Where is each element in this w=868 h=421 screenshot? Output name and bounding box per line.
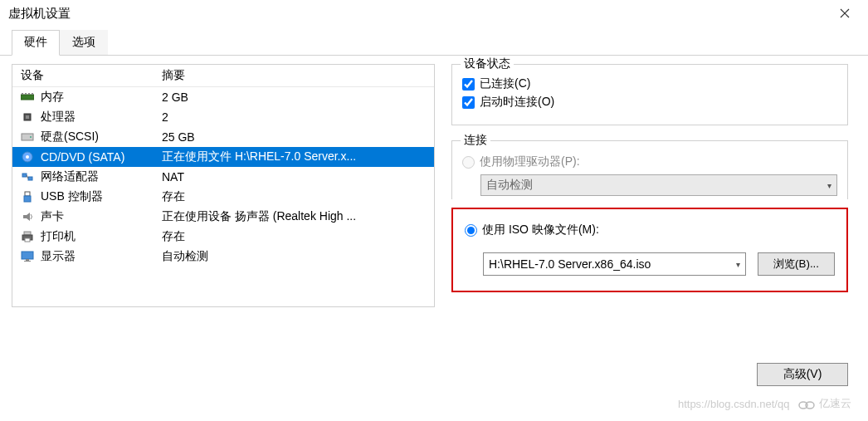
connect-at-power-row[interactable]: 启动时连接(O) <box>462 95 837 110</box>
usb-icon <box>19 190 36 203</box>
physical-drive-radio-row[interactable]: 使用物理驱动器(P): <box>462 154 837 169</box>
svg-rect-19 <box>24 232 31 235</box>
cd-icon <box>19 150 36 164</box>
titlebar: 虚拟机设置 <box>0 0 868 27</box>
hdd-icon <box>19 130 36 144</box>
iso-radio-row[interactable]: 使用 ISO 映像文件(M): <box>465 223 835 237</box>
device-row-display[interactable]: 显示器自动检测 <box>12 247 434 267</box>
net-icon <box>19 170 36 184</box>
svg-rect-13 <box>22 174 27 177</box>
device-summary: 2 GB <box>162 91 434 104</box>
device-row-net[interactable]: 网络适配器NAT <box>12 167 434 187</box>
tab-hardware[interactable]: 硬件 <box>12 30 60 56</box>
close-icon <box>840 8 850 18</box>
cpu-icon <box>19 110 36 124</box>
close-button[interactable] <box>828 2 861 25</box>
watermark-url: https://blog.csdn.net/qq <box>678 398 789 410</box>
iso-radio[interactable] <box>465 224 477 237</box>
sound-icon <box>19 210 36 223</box>
device-summary: NAT <box>162 170 434 184</box>
device-row-hdd[interactable]: 硬盘(SCSI)25 GB <box>12 127 434 147</box>
connect-at-power-label: 启动时连接(O) <box>480 95 554 110</box>
iso-label: 使用 ISO 映像文件(M): <box>482 223 599 237</box>
device-summary: 正在使用设备 扬声器 (Realtek High ... <box>162 209 434 224</box>
memory-icon <box>19 91 36 104</box>
iso-input-row: H:\RHEL-7.0 Server.x86_64.iso ▾ 浏览(B)... <box>483 252 835 276</box>
device-list-panel: 设备 摘要 内存2 GB处理器2硬盘(SCSI)25 GBCD/DVD (SAT… <box>12 64 435 307</box>
tab-strip: 硬件 选项 <box>0 30 868 56</box>
connected-checkbox[interactable] <box>462 78 475 91</box>
device-name: 硬盘(SCSI) <box>41 130 162 144</box>
physical-drive-value: 自动检测 <box>486 178 533 193</box>
physical-drive-radio[interactable] <box>462 156 475 169</box>
device-summary: 存在 <box>162 229 434 244</box>
content-area: 设备 摘要 内存2 GB处理器2硬盘(SCSI)25 GBCD/DVD (SAT… <box>0 56 868 316</box>
physical-drive-select: 自动检测 ▾ <box>480 174 837 196</box>
settings-panel: 设备状态 已连接(C) 启动时连接(O) 连接 使用物理驱动器(P): 自动检测… <box>451 64 856 307</box>
iso-path-input[interactable]: H:\RHEL-7.0 Server.x86_64.iso ▾ <box>483 252 746 276</box>
svg-rect-21 <box>25 238 30 242</box>
watermark: https://blog.csdn.net/qq 亿速云 <box>678 396 851 411</box>
device-name: CD/DVD (SATA) <box>41 150 162 164</box>
svg-rect-14 <box>28 177 32 180</box>
device-name: 声卡 <box>41 209 162 224</box>
window-title: 虚拟机设置 <box>8 6 71 22</box>
connection-legend: 连接 <box>461 133 490 148</box>
device-name: 显示器 <box>41 249 162 264</box>
svg-rect-2 <box>21 95 34 100</box>
device-name: 打印机 <box>41 229 162 244</box>
browse-button[interactable]: 浏览(B)... <box>758 252 835 276</box>
svg-marker-18 <box>23 213 30 221</box>
svg-rect-16 <box>25 192 30 196</box>
cloud-icon <box>797 399 816 410</box>
list-header: 设备 摘要 <box>12 65 434 87</box>
svg-rect-4 <box>25 93 27 95</box>
advanced-button[interactable]: 高级(V) <box>757 363 848 386</box>
connect-at-power-checkbox[interactable] <box>462 96 475 109</box>
iso-highlight-box: 使用 ISO 映像文件(M): H:\RHEL-7.0 Server.x86_6… <box>451 208 848 292</box>
device-summary: 存在 <box>162 189 434 204</box>
watermark-brand: 亿速云 <box>797 396 851 411</box>
connection-group: 连接 使用物理驱动器(P): 自动检测 ▾ 使用 ISO 映像文件(M): <box>451 140 848 292</box>
device-name: 网络适配器 <box>41 169 162 184</box>
svg-point-12 <box>26 155 29 159</box>
display-icon <box>19 250 36 263</box>
device-summary: 2 <box>162 110 434 124</box>
device-row-usb[interactable]: USB 控制器存在 <box>12 187 434 207</box>
svg-rect-3 <box>22 93 23 95</box>
printer-icon <box>19 230 36 243</box>
tab-options[interactable]: 选项 <box>60 30 108 55</box>
column-summary[interactable]: 摘要 <box>162 68 434 83</box>
device-row-memory[interactable]: 内存2 GB <box>12 87 434 107</box>
device-row-sound[interactable]: 声卡正在使用设备 扬声器 (Realtek High ... <box>12 207 434 227</box>
svg-point-10 <box>30 136 32 138</box>
device-row-cpu[interactable]: 处理器2 <box>12 107 434 127</box>
device-name: 内存 <box>41 90 162 105</box>
device-summary: 正在使用文件 H:\RHEL-7.0 Server.x... <box>162 149 434 164</box>
physical-drive-label: 使用物理驱动器(P): <box>480 154 580 169</box>
device-row-cd[interactable]: CD/DVD (SATA)正在使用文件 H:\RHEL-7.0 Server.x… <box>12 147 434 167</box>
column-device[interactable]: 设备 <box>12 68 162 83</box>
svg-rect-22 <box>22 252 33 259</box>
svg-rect-24 <box>24 261 31 262</box>
svg-rect-8 <box>26 115 29 119</box>
device-status-group: 设备状态 已连接(C) 启动时连接(O) <box>451 64 848 125</box>
iso-path-value: H:\RHEL-7.0 Server.x86_64.iso <box>489 257 651 271</box>
device-row-printer[interactable]: 打印机存在 <box>12 227 434 247</box>
svg-rect-5 <box>28 93 30 95</box>
chevron-down-icon[interactable]: ▾ <box>736 260 740 269</box>
device-name: USB 控制器 <box>41 189 162 204</box>
svg-rect-23 <box>26 259 29 261</box>
status-legend: 设备状态 <box>461 56 514 71</box>
chevron-down-icon: ▾ <box>827 181 831 190</box>
device-summary: 25 GB <box>162 130 434 144</box>
device-summary: 自动检测 <box>162 249 434 264</box>
svg-rect-6 <box>32 93 33 95</box>
connected-label: 已连接(C) <box>480 76 530 91</box>
connected-checkbox-row[interactable]: 已连接(C) <box>462 76 837 91</box>
device-name: 处理器 <box>41 110 162 125</box>
svg-rect-17 <box>24 196 31 202</box>
